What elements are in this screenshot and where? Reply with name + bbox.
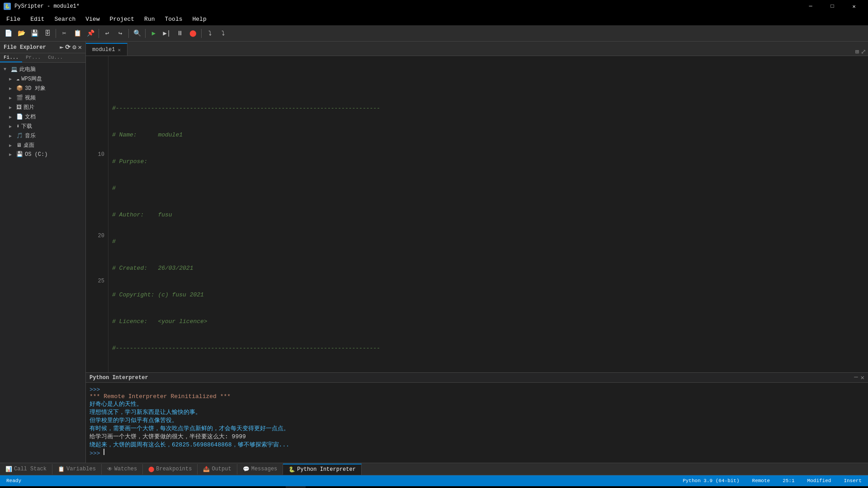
debug-button[interactable]: ⏸ [174, 27, 186, 40]
status-position[interactable]: 25:1 [780, 478, 797, 483]
toolbar-separator-5 [201, 29, 202, 38]
sidebar: File Explorer ⇤ ⟳ ⚙ ✕ Fi... Pr... Cu... … [0, 42, 86, 463]
breakpoints-icon: ⬤ [148, 466, 154, 473]
output-line: >>> [90, 386, 864, 393]
status-remote[interactable]: Remote [750, 478, 773, 483]
bottom-tab-messages[interactable]: 💬 Messages [237, 464, 283, 474]
code-line: # [112, 237, 864, 246]
menu-view[interactable]: View [81, 14, 104, 24]
line-num [88, 69, 104, 78]
menu-run[interactable]: Run [140, 14, 159, 24]
start-button[interactable]: ⊞ [2, 486, 22, 488]
tree-item-label: 此电脑 [19, 66, 36, 73]
menu-project[interactable]: Project [105, 14, 139, 24]
os-icon: 💾 [16, 151, 23, 158]
tab-expand-icon[interactable]: ⤢ [861, 48, 866, 56]
sidebar-tab-fi[interactable]: Fi... [0, 53, 22, 62]
tree-item-music[interactable]: ▶ 🎵 音乐 [0, 131, 85, 141]
tree-expand-icon: ▼ [4, 67, 9, 72]
toolbar-separator-2 [99, 29, 99, 38]
tree-item-wps[interactable]: ▶ ☁ WPS网盘 [0, 74, 85, 84]
menu-search[interactable]: Search [50, 14, 80, 24]
maximize-button[interactable]: □ [822, 0, 843, 13]
step-into-button[interactable]: ⤵ [217, 27, 229, 40]
line-numbers: 10 20 25 [86, 56, 108, 372]
prompt-icon: >>> [90, 450, 100, 457]
status-python-version[interactable]: Python 3.9 (64-bit) [680, 478, 742, 483]
menu-edit[interactable]: Edit [26, 14, 49, 24]
code-line: # Purpose: [112, 157, 864, 166]
code-content[interactable]: #---------------------------------------… [108, 56, 868, 372]
redo-button[interactable]: ↪ [114, 27, 127, 40]
taskbar-app-widgets[interactable]: ▦ [194, 486, 214, 488]
close-button[interactable]: ✕ [844, 0, 864, 13]
save-all-button[interactable]: 🗄 [41, 27, 54, 40]
tab-close-icon[interactable]: ✕ [118, 47, 121, 53]
tree-item-desktop[interactable]: ▶ 🖥 桌面 [0, 141, 85, 150]
copy-button[interactable]: 📋 [71, 27, 84, 40]
line-num [88, 96, 104, 105]
taskbar-app-multidesktop[interactable]: ⧉ [174, 486, 193, 488]
bottom-tab-output[interactable]: 📤 Output [198, 464, 237, 474]
bottom-tab-breakpoints[interactable]: ⬤ Breakpoints [143, 464, 198, 474]
code-line: # [112, 184, 864, 193]
tree-expand-icon: ▶ [9, 152, 14, 157]
taskbar-app-wps[interactable]: W [327, 486, 347, 488]
tree-item-computer[interactable]: ▼ 💻 此电脑 [0, 65, 85, 74]
tree-item-os[interactable]: ▶ 💾 OS (C:) [0, 150, 85, 159]
output-line: 理想情况下，学习新东西是让人愉快的事。 [90, 408, 864, 416]
paste-button[interactable]: 📌 [84, 27, 97, 40]
bottom-tab-watches[interactable]: 👁 Watches [102, 464, 143, 474]
bottom-tab-python-interpreter[interactable]: 🐍 Python Interpreter [283, 464, 362, 475]
taskbar-app-premiere[interactable]: Pr [286, 486, 306, 488]
stop-button[interactable]: ⬤ [187, 27, 199, 40]
search-button[interactable]: 🔍 [131, 27, 143, 40]
taskbar-app-note[interactable]: 🖊 [348, 486, 368, 488]
taskbar-app-edge[interactable]: 🌐 [244, 486, 264, 488]
code-editor[interactable]: 10 20 25 #---------------------- [86, 56, 868, 372]
sidebar-tab-cu[interactable]: Cu... [44, 53, 66, 62]
run-select-button[interactable]: ▶| [160, 27, 173, 40]
step-over-button[interactable]: ⤵ [203, 27, 216, 40]
bottom-tab-callstack[interactable]: 📊 Call Stack [0, 464, 52, 474]
panel-close-icon[interactable]: ✕ [861, 374, 864, 381]
bottom-tab-variables[interactable]: 📋 Variables [52, 464, 102, 474]
status-ready: Ready [4, 478, 24, 483]
undo-button[interactable]: ↩ [101, 27, 113, 40]
editor-tab-module1[interactable]: module1 ✕ [86, 43, 127, 56]
sidebar-tab-pr[interactable]: Pr... [22, 53, 44, 62]
output-label: Output [212, 466, 231, 472]
minimize-button[interactable]: ─ [800, 0, 821, 13]
status-insert: Insert [841, 478, 864, 483]
interpreter-content[interactable]: >>> *** Remote Interpreter Reinitialized… [86, 383, 868, 463]
status-bar: Ready Python 3.9 (64-bit) Remote 25:1 Mo… [0, 475, 868, 486]
sidebar-close-icon[interactable]: ✕ [78, 43, 82, 51]
tree-item-pictures[interactable]: ▶ 🖼 图片 [0, 103, 85, 112]
tree-item-video[interactable]: ▶ 🎬 视频 [0, 93, 85, 103]
line-num [88, 240, 104, 249]
menu-tools[interactable]: Tools [160, 14, 187, 24]
tab-layout-icon[interactable]: ⊞ [855, 48, 859, 56]
save-file-button[interactable]: 💾 [28, 27, 41, 40]
cut-button[interactable]: ✂ [58, 27, 71, 40]
sidebar-refresh-icon[interactable]: ⟳ [65, 43, 71, 51]
open-file-button[interactable]: 📂 [15, 27, 28, 40]
code-line: #---------------------------------------… [112, 344, 864, 353]
tree-item-downloads[interactable]: ▶ ⬇ 下载 [0, 122, 85, 131]
panel-minimize-icon[interactable]: ─ [854, 374, 858, 381]
taskbar: ⊞ 🔍 ⧉ ▦ 🗂 🌐 📁 Pr 👤 W 🖊 [0, 486, 868, 488]
taskbar-app-files[interactable]: 📁 [265, 486, 285, 488]
sidebar-collapse-icon[interactable]: ⇤ [60, 43, 63, 51]
callstack-label: Call Stack [14, 466, 47, 472]
sidebar-filter-icon[interactable]: ⚙ [72, 43, 76, 51]
computer-icon: 💻 [11, 66, 18, 73]
tree-item-docs[interactable]: ▶ 📄 文档 [0, 112, 85, 122]
taskbar-app-user[interactable]: 👤 [307, 486, 326, 488]
output-icon: 📤 [203, 466, 210, 473]
tree-item-3d[interactable]: ▶ 📦 3D 对象 [0, 84, 85, 93]
taskbar-app-explorer[interactable]: 🗂 [223, 486, 243, 488]
menu-file[interactable]: File [2, 14, 25, 24]
new-file-button[interactable]: 📄 [2, 27, 14, 40]
run-button[interactable]: ▶ [147, 27, 160, 40]
menu-help[interactable]: Help [188, 14, 211, 24]
